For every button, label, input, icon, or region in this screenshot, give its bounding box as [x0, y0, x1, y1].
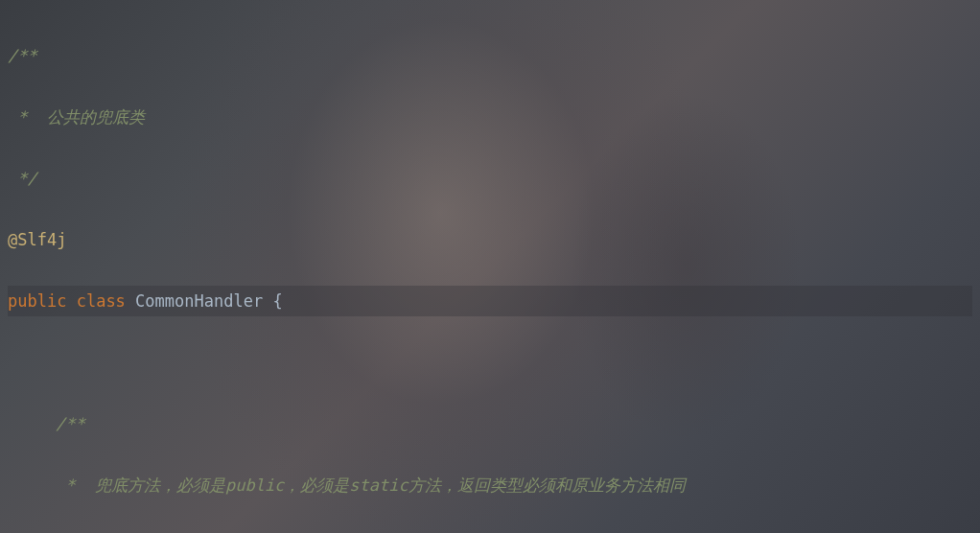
code-editor[interactable]: /** * 公共的兜底类 */ @Slf4j public class Comm… — [0, 0, 980, 533]
class-declaration-line: public class CommonHandler { — [8, 286, 972, 316]
slf4j-annotation: @Slf4j — [8, 230, 66, 249]
class-name: CommonHandler — [135, 291, 263, 311]
comment-body: * 公共的兜底类 — [8, 107, 145, 127]
comment-line: /** — [8, 408, 972, 439]
brace-open: { — [272, 291, 282, 311]
comment-open: /** — [56, 414, 85, 433]
comment-line: */ — [8, 163, 972, 194]
annotation-line: @Slf4j — [8, 224, 972, 255]
comment-body: * 兜底方法，必须是public，必须是static方法，返回类型必须和原业务方… — [56, 475, 686, 495]
comment-close: */ — [8, 169, 37, 188]
keyword-public: public — [8, 291, 66, 311]
keyword-class: class — [77, 291, 126, 311]
comment-line: * 兜底方法，必须是public，必须是static方法，返回类型必须和原业务方… — [8, 470, 972, 500]
blank-line — [8, 347, 972, 378]
comment-open: /** — [8, 46, 37, 65]
comment-line: /** — [8, 40, 972, 71]
comment-line: * 公共的兜底类 — [8, 102, 972, 132]
